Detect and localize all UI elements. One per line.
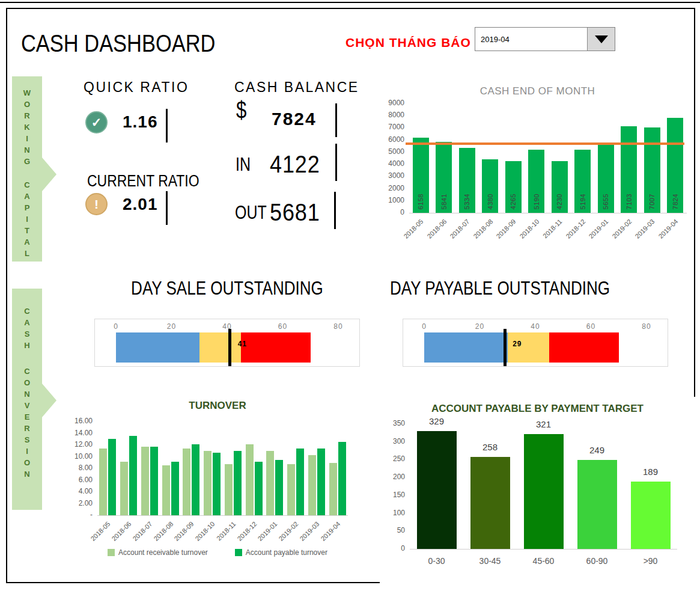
cash-balance-currency-symbol: $ [236, 97, 246, 124]
bar: 4380 [482, 159, 498, 213]
bar [120, 462, 128, 515]
ribbon-letter: V [25, 400, 30, 411]
y-axis-tick-label: 2000 [383, 184, 404, 192]
bar-data-label: 249 [570, 445, 624, 455]
cash-out-value: 5681 [270, 199, 320, 226]
ribbon-letter: E [25, 411, 30, 423]
ribbon-word: CAPITAL [24, 179, 29, 259]
bar: 5334 [459, 148, 475, 213]
chart-turnover: TURNOVER -2.004.006.008.0010.0012.0014.0… [67, 395, 368, 575]
y-axis-tick-label: 10.00 [67, 452, 93, 461]
cell-border-line [335, 144, 337, 181]
y-axis-tick-label: 100 [380, 509, 405, 517]
ribbon-word: CASH [24, 305, 29, 351]
reference-line [406, 142, 684, 145]
bar-data-label: 5841 [440, 194, 448, 209]
ribbon-letter: A [24, 191, 29, 202]
bar [275, 460, 283, 515]
ribbon-letter: G [24, 156, 30, 167]
dashboard-title: CASH DASHBOARD [21, 29, 215, 58]
y-axis-tick-label: 1000 [383, 196, 404, 204]
chart-title: CASH END OF MONTH [383, 85, 692, 97]
y-axis-tick-label: 0 [380, 544, 405, 553]
y-axis-tick-label: 14.00 [67, 429, 93, 437]
y-axis-tick-label: 250 [380, 455, 405, 463]
cell-border-line [166, 109, 168, 142]
ribbon-letter: W [23, 87, 31, 99]
bar: 6158 [413, 138, 429, 213]
y-axis-tick-label: 8.00 [67, 464, 93, 472]
quick-ratio-value: 1.16 [123, 112, 158, 132]
bar [524, 434, 564, 549]
axis-tick-label: 80 [329, 322, 347, 331]
bar-data-label: 189 [624, 467, 677, 477]
top-border-line [0, 2, 700, 3]
bullet-range-bad [549, 332, 619, 363]
y-axis-tick-label: - [67, 510, 93, 519]
bar: 7824 [667, 118, 683, 213]
x-axis-label: 60-90 [570, 556, 624, 566]
cash-out-label: OUT [235, 201, 267, 224]
ribbon-letter: N [24, 468, 29, 480]
bar-data-label: 7824 [672, 194, 679, 209]
ribbon-letter: H [24, 340, 29, 351]
chart-day-payable-outstanding: 02040608029 [403, 319, 668, 367]
axis-tick-label: 60 [274, 322, 292, 331]
month-picker-arrow-button[interactable] [587, 28, 615, 51]
bar [329, 463, 337, 515]
ribbon-letter: C [24, 366, 29, 377]
bar [192, 444, 199, 515]
bar: 5194 [574, 150, 591, 213]
dpo-chart-title: DAY PAYABLE OUTSTANDING [388, 278, 611, 299]
bar [631, 482, 671, 549]
bullet-range-good [424, 332, 508, 363]
current-ratio-value: 2.01 [123, 195, 158, 214]
bullet-range-warning [199, 332, 241, 363]
legend-swatch [108, 549, 115, 556]
bar [287, 464, 295, 515]
bullet-marker-value: 41 [238, 340, 247, 348]
chart-cash-end-of-month: CASH END OF MONTH 6158584153344380426551… [383, 84, 692, 253]
ribbon-letter: N [24, 144, 29, 156]
y-axis-tick-label: 4000 [383, 159, 404, 168]
chart-account-payable-by-payment-target: ACCOUNT PAYABLE BY PAYMENT TARGET 329258… [380, 397, 695, 584]
bar-data-label: 4265 [510, 194, 517, 209]
y-axis-tick-label: 4.00 [67, 487, 93, 495]
bar [577, 460, 617, 549]
plot-area [97, 421, 348, 516]
bullet-range-bad [241, 332, 311, 363]
ribbon-letter: I [26, 133, 28, 144]
axis-tick-label: 20 [471, 322, 489, 331]
chart-title: ACCOUNT PAYABLE BY PAYMENT TARGET [380, 403, 695, 415]
bar [470, 457, 510, 549]
month-picker-dropdown[interactable]: 2019-04 [475, 27, 615, 51]
axis-tick-label: 80 [638, 322, 656, 331]
bar: 7103 [621, 126, 637, 213]
bar [308, 455, 316, 515]
bar [266, 451, 274, 515]
x-axis-label: >90 [624, 556, 677, 566]
ribbon-letter: C [24, 305, 29, 317]
y-axis-tick-label: 2.00 [67, 499, 93, 507]
ribbon-letter: A [24, 236, 29, 248]
y-axis-tick-label: 0 [383, 208, 404, 216]
dashboard-canvas: CASH DASHBOARD CHỌN THÁNG BÁO CÁO 2019-0… [6, 8, 695, 583]
y-axis-tick-label: 7000 [383, 123, 404, 131]
bar [108, 439, 116, 515]
ribbon-letter: P [25, 202, 30, 213]
ribbon-letter: O [24, 457, 30, 468]
y-axis-tick-label: 12.00 [67, 440, 93, 449]
bar: 5655 [598, 144, 614, 213]
bar [204, 451, 212, 515]
bar-data-label: 4230 [556, 194, 563, 209]
bar-data-label: 321 [517, 419, 570, 429]
ribbon-working-capital: WORKINGCAPITAL [12, 76, 42, 262]
ribbon-letter: S [25, 328, 30, 340]
bar [150, 447, 158, 515]
x-axis-label: 45-60 [517, 556, 570, 566]
cash-balance-label: CASH BALANCE [234, 79, 359, 96]
bar [99, 449, 107, 515]
y-axis-tick-label: 350 [380, 419, 405, 427]
bar-data-label: 7103 [625, 194, 633, 209]
chevron-down-icon [595, 35, 608, 43]
